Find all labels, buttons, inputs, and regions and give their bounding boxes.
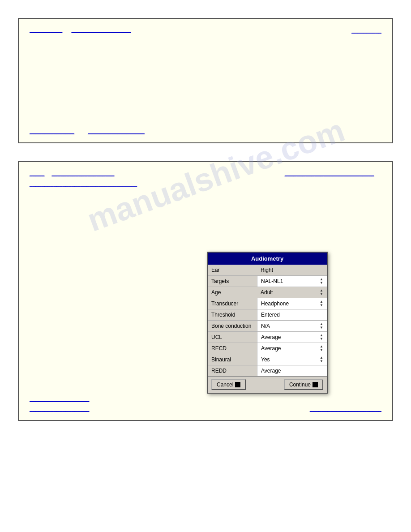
top-links-left: ___________ ____________________	[30, 27, 131, 33]
dialog-row-redd: REDD Average	[208, 365, 327, 376]
ucl-value-text: Average	[261, 334, 281, 340]
binaural-spinner[interactable]: ▲ ▼	[320, 356, 323, 363]
targets-value-text: NAL-NL1	[261, 278, 283, 284]
dialog-label-recd: RECD	[208, 343, 257, 353]
bone-conduction-value-text: N/A	[261, 323, 270, 329]
dialog-label-ucl: UCL	[208, 332, 257, 342]
dialog-value-transducer[interactable]: Headphone ▲ ▼	[257, 298, 327, 309]
dialog-label-bone-conduction: Bone conduction	[208, 321, 257, 331]
bottom-link-1[interactable]: _______________	[30, 128, 74, 134]
cancel-button[interactable]: Cancel	[211, 379, 246, 390]
bp-header-link-right[interactable]: ______________________________	[285, 170, 374, 176]
transducer-spinner[interactable]: ▲ ▼	[320, 300, 323, 307]
bp-bottom-link-2[interactable]: ____________________	[30, 406, 89, 412]
dialog-row-targets: Targets NAL-NL1 ▲ ▼	[208, 276, 327, 287]
cancel-label: Cancel	[217, 382, 233, 388]
age-spinner[interactable]: ▲ ▼	[320, 289, 323, 296]
ucl-spinner[interactable]: ▲ ▼	[320, 334, 323, 341]
threshold-value-text: Entered	[261, 312, 280, 318]
recd-spinner[interactable]: ▲ ▼	[320, 345, 323, 352]
bp-second-line-link[interactable]: ____________________________________	[30, 180, 137, 187]
dialog-row-transducer: Transducer Headphone ▲ ▼	[208, 298, 327, 309]
dialog-label-age: Age	[208, 287, 257, 297]
dialog-title: Audiometry	[208, 253, 327, 265]
dialog-row-ucl: UCL Average ▲ ▼	[208, 332, 327, 343]
bp-second-row: ____________________________________	[30, 180, 381, 187]
bp-bottom-links: ____________________ ___________________…	[30, 396, 89, 412]
dialog-value-bone-conduction[interactable]: N/A ▲ ▼	[257, 321, 327, 331]
top-panel-bottom-links: _______________ ___________________	[30, 128, 145, 134]
dialog-row-threshold: Threshold Entered	[208, 309, 327, 321]
top-links-row: ___________ ____________________ _______…	[30, 27, 381, 34]
top-links-right: __________	[351, 27, 381, 34]
dialog-label-binaural: Binaural	[208, 355, 257, 365]
continue-button[interactable]: Continue	[284, 379, 323, 390]
top-link-2[interactable]: ____________________	[71, 27, 131, 33]
dialog-label-targets: Targets	[208, 276, 257, 286]
continue-indicator	[313, 382, 318, 387]
bp-header-link-left[interactable]: _____	[30, 170, 44, 176]
bp-header-row: _____ _____________________ ____________…	[30, 170, 381, 176]
bone-conduction-spinner[interactable]: ▲ ▼	[320, 322, 323, 330]
audiometry-dialog: Audiometry Ear Right Targets NAL-NL1 ▲	[207, 252, 328, 394]
bottom-panel: _____ _____________________ ____________…	[18, 161, 393, 421]
bp-bottom-right-link-container: ________________________	[310, 405, 381, 412]
dialog-label-threshold: Threshold	[208, 310, 257, 320]
top-panel-content	[30, 41, 381, 112]
transducer-value-text: Headphone	[261, 300, 289, 307]
dialog-row-age: Age Adult ▲ ▼	[208, 287, 327, 298]
dialog-row-binaural: Binaural Yes ▲ ▼	[208, 354, 327, 365]
dialog-value-binaural[interactable]: Yes ▲ ▼	[257, 354, 327, 365]
dialog-value-recd[interactable]: Average ▲ ▼	[257, 343, 327, 354]
dialog-row-bone-conduction: Bone conduction N/A ▲ ▼	[208, 321, 327, 332]
cancel-indicator	[235, 382, 240, 387]
recd-value-text: Average	[261, 345, 281, 352]
top-panel: ___________ ____________________ _______…	[18, 18, 393, 143]
dialog-label-redd: REDD	[208, 366, 257, 376]
dialog-row-ear: Ear Right	[208, 265, 327, 276]
binaural-value-text: Yes	[261, 356, 270, 363]
page-wrapper: manualshive.com ___________ ____________…	[0, 0, 411, 532]
continue-label: Continue	[289, 382, 311, 388]
dialog-value-redd: Average	[257, 365, 327, 376]
dialog-value-targets[interactable]: NAL-NL1 ▲ ▼	[257, 276, 327, 287]
redd-value-text: Average	[261, 368, 281, 374]
bp-header-link-middle[interactable]: _____________________	[51, 170, 114, 176]
dialog-value-age[interactable]: Adult ▲ ▼	[257, 287, 327, 298]
top-link-1[interactable]: ___________	[30, 27, 62, 33]
dialog-label-ear: Ear	[208, 265, 257, 275]
audiometry-dialog-overlay: Audiometry Ear Right Targets NAL-NL1 ▲	[207, 252, 328, 394]
dialog-body: Ear Right Targets NAL-NL1 ▲ ▼	[208, 265, 327, 376]
targets-spinner[interactable]: ▲ ▼	[320, 278, 323, 285]
bp-bottom-link-1[interactable]: ____________________	[30, 396, 89, 402]
dialog-row-recd: RECD Average ▲ ▼	[208, 343, 327, 354]
top-link-right[interactable]: __________	[351, 27, 381, 34]
dialog-footer: Cancel Continue	[208, 376, 327, 393]
dialog-value-ear: Right	[257, 265, 327, 275]
bp-bottom-right-link[interactable]: ________________________	[310, 406, 381, 412]
bottom-link-2[interactable]: ___________________	[88, 128, 145, 134]
dialog-value-ucl[interactable]: Average ▲ ▼	[257, 332, 327, 343]
dialog-value-threshold: Entered	[257, 309, 327, 320]
dialog-label-transducer: Transducer	[208, 299, 257, 309]
age-value-text: Adult	[261, 289, 273, 296]
